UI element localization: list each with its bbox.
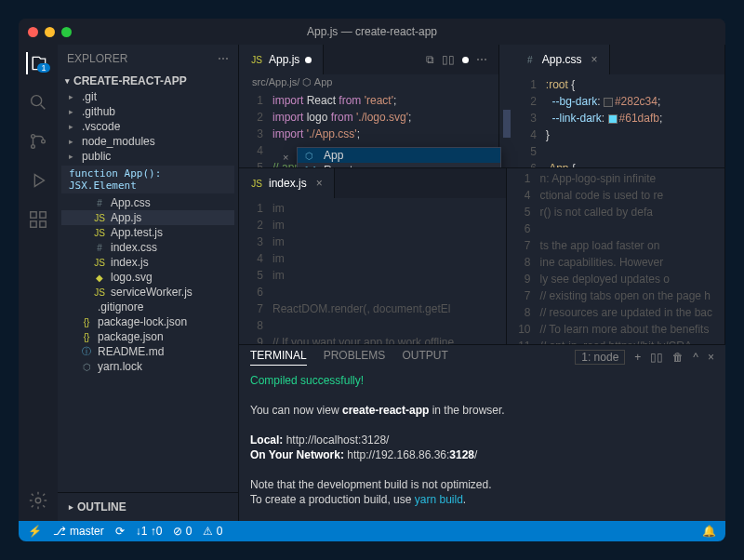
close-panel-icon[interactable]: ×: [708, 351, 714, 364]
git-diff[interactable]: ↓1 ↑0: [136, 525, 163, 538]
close-tab-icon[interactable]: ×: [316, 177, 323, 190]
svg-rect-4: [31, 212, 36, 218]
breadcrumb[interactable]: src/App.js/ ⬡ App: [239, 74, 498, 90]
file-icon: ⬡: [80, 362, 93, 372]
svg-point-8: [35, 498, 41, 503]
tree-item[interactable]: JSApp.js: [61, 210, 234, 225]
titlebar: App.js — create-react-app: [19, 19, 725, 45]
problems-tab[interactable]: PROBLEMS: [324, 349, 386, 366]
suggest-item[interactable]: ⬡App: [298, 148, 500, 163]
editor-area: JS App.js ⧉ ▯▯ ⋯ src/App.js/ ⬡ App: [239, 45, 725, 521]
split-terminal-icon[interactable]: ▯▯: [650, 351, 663, 364]
file-icon: #: [93, 198, 106, 208]
terminal-tab[interactable]: TERMINAL: [250, 349, 307, 366]
js-file-icon: JS: [250, 55, 263, 65]
tree-item[interactable]: #index.css: [61, 240, 234, 255]
tree-item[interactable]: JSserviceWorker.js: [61, 285, 234, 300]
file-icon: ⓘ: [80, 345, 93, 358]
js-file-icon: JS: [250, 179, 263, 189]
debug-icon[interactable]: [27, 169, 49, 192]
file-icon: JS: [93, 287, 106, 298]
split-editor-icon[interactable]: ▯▯: [442, 53, 455, 66]
status-bar: ⚡ ⎇ master ⟳ ↓1 ↑0 ⊘ 0 ⚠ 0 🔔: [19, 521, 725, 541]
file-icon: ◆: [93, 273, 106, 283]
tree-item[interactable]: ◆logo.svg: [61, 270, 234, 285]
tab-index-js[interactable]: JS index.js ×: [239, 168, 335, 198]
signature-help: function App(): JSX.Element: [61, 166, 234, 193]
source-control-icon[interactable]: [27, 130, 49, 153]
svg-rect-7: [40, 221, 46, 227]
close-window-button[interactable]: [28, 27, 38, 37]
svg-rect-5: [40, 212, 46, 218]
tree-item[interactable]: ▸.github: [61, 104, 234, 119]
tree-item[interactable]: .gitignore: [61, 300, 234, 314]
tree-item[interactable]: JSindex.js: [61, 255, 234, 270]
traffic-lights: [28, 27, 72, 37]
close-tab-icon[interactable]: ×: [591, 53, 598, 66]
sidebar-title: EXPLORER: [67, 52, 127, 65]
code-editor-index-left[interactable]: 1im2im3im4im5im67ReactDOM.render(, docum…: [239, 198, 506, 344]
search-icon[interactable]: [27, 91, 49, 113]
suggest-widget[interactable]: × ⬡App[ø]React[ø]arguments[ø]default[ø]l…: [297, 147, 501, 167]
tree-item[interactable]: {}package.json: [61, 329, 234, 344]
svg-point-2: [32, 145, 35, 149]
svg-point-1: [32, 135, 35, 139]
css-file-icon: #: [524, 55, 537, 65]
file-tree: ▸.git▸.github▸.vscode▸node_modules▸publi…: [61, 89, 234, 374]
notifications-icon[interactable]: 🔔: [702, 525, 716, 538]
window-title: App.js — create-react-app: [307, 25, 437, 38]
file-icon: {}: [80, 332, 93, 342]
tree-item[interactable]: {}package-lock.json: [61, 314, 234, 329]
svg-point-3: [42, 140, 46, 143]
svg-point-0: [32, 96, 42, 106]
tree-item[interactable]: ▸public: [61, 149, 234, 164]
tree-item[interactable]: ▸.git: [61, 89, 234, 104]
extensions-icon[interactable]: [27, 208, 49, 231]
tree-item[interactable]: ▸.vscode: [61, 119, 234, 134]
dirty-indicator: [305, 57, 312, 63]
terminal-shell-select[interactable]: 1: node: [575, 350, 625, 365]
editor-more-icon[interactable]: ⋯: [476, 53, 487, 66]
kill-terminal-icon[interactable]: 🗑: [672, 351, 684, 364]
sidebar: EXPLORER ⋯ ▾CREATE-REACT-APP ▸.git▸.gith…: [58, 45, 239, 521]
tab-app-js[interactable]: JS App.js: [239, 45, 324, 74]
output-tab[interactable]: OUTPUT: [402, 349, 447, 366]
app-window: App.js — create-react-app 1 EXPLORER ⋯ ▾…: [19, 19, 725, 541]
tab-app-css[interactable]: # App.css ×: [512, 45, 610, 74]
editor-dirty-icon: [462, 57, 469, 63]
tree-item[interactable]: JSApp.test.js: [61, 225, 234, 240]
svg-rect-6: [31, 221, 36, 227]
git-branch[interactable]: ⎇ master: [53, 525, 104, 538]
suggest-close-icon[interactable]: ×: [283, 152, 288, 163]
file-icon: JS: [93, 228, 106, 238]
suggest-item[interactable]: [ø]React: [298, 163, 500, 167]
compare-icon[interactable]: ⧉: [426, 53, 434, 66]
tree-item[interactable]: #App.css: [61, 195, 234, 210]
explorer-badge: 1: [37, 63, 49, 73]
terminal-output[interactable]: Compiled successfully! You can now view …: [239, 369, 725, 521]
code-editor-right[interactable]: 1:root {2 --bg-dark: #282c34;3 --link-da…: [512, 74, 724, 167]
minimize-window-button[interactable]: [45, 27, 55, 37]
new-terminal-icon[interactable]: +: [634, 351, 641, 364]
folder-root[interactable]: ▾CREATE-REACT-APP: [61, 73, 234, 89]
file-icon: {}: [80, 317, 93, 327]
file-icon: JS: [93, 258, 106, 268]
panel: TERMINAL PROBLEMS OUTPUT 1: node + ▯▯ 🗑 …: [239, 344, 725, 521]
maximize-panel-icon[interactable]: ^: [693, 351, 698, 364]
file-icon: JS: [93, 213, 106, 223]
code-editor-index-right: 1n: App-logo-spin infinite4ctional code …: [507, 168, 724, 344]
tree-item[interactable]: ▸node_modules: [61, 134, 234, 149]
sidebar-more-icon[interactable]: ⋯: [218, 52, 229, 65]
outline-section[interactable]: ▸OUTLINE: [65, 499, 231, 515]
git-sync[interactable]: ⟳: [115, 525, 125, 538]
tree-item[interactable]: ⬡yarn.lock: [61, 359, 234, 374]
settings-gear-icon[interactable]: [27, 489, 49, 512]
explorer-icon[interactable]: 1: [26, 52, 48, 74]
remote-indicator[interactable]: ⚡: [28, 525, 42, 538]
tree-item[interactable]: ⓘREADME.md: [61, 344, 234, 359]
activity-bar: 1: [19, 45, 58, 521]
maximize-window-button[interactable]: [61, 27, 72, 37]
file-icon: #: [93, 243, 106, 253]
errors-count[interactable]: ⊘ 0: [173, 525, 192, 538]
warnings-count[interactable]: ⚠ 0: [203, 525, 222, 538]
